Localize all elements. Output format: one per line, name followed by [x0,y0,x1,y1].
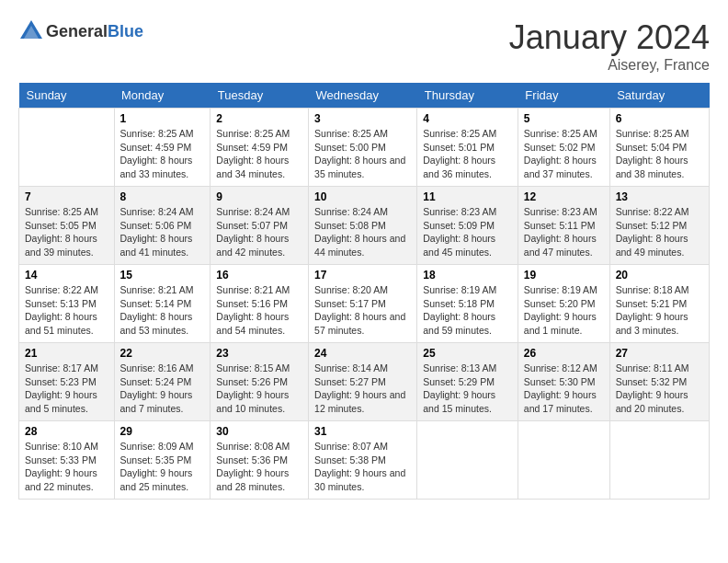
day-header-wednesday: Wednesday [309,83,417,109]
location-title: Aiserey, France [509,57,710,74]
day-number: 14 [25,269,108,282]
week-row-2: 7Sunrise: 8:25 AMSunset: 5:05 PMDaylight… [19,187,710,265]
day-number: 1 [120,112,205,125]
calendar-cell: 7Sunrise: 8:25 AMSunset: 5:05 PMDaylight… [19,187,115,265]
day-number: 26 [524,347,604,360]
calendar-cell: 1Sunrise: 8:25 AMSunset: 4:59 PMDaylight… [114,109,210,187]
calendar-cell: 8Sunrise: 8:24 AMSunset: 5:06 PMDaylight… [114,187,210,265]
calendar-cell [609,421,709,500]
day-number: 27 [616,347,703,360]
calendar-cell: 22Sunrise: 8:16 AMSunset: 5:24 PMDayligh… [114,343,210,421]
cell-info: Sunrise: 8:11 AMSunset: 5:32 PMDaylight:… [616,362,703,416]
cell-info: Sunrise: 8:09 AMSunset: 5:35 PMDaylight:… [120,440,205,494]
cell-info: Sunrise: 8:25 AMSunset: 5:00 PMDaylight:… [314,127,411,181]
week-row-3: 14Sunrise: 8:22 AMSunset: 5:13 PMDayligh… [19,265,710,343]
cell-info: Sunrise: 8:10 AMSunset: 5:33 PMDaylight:… [25,440,108,494]
cell-info: Sunrise: 8:20 AMSunset: 5:17 PMDaylight:… [314,283,411,338]
day-header-tuesday: Tuesday [210,83,309,109]
week-row-4: 21Sunrise: 8:17 AMSunset: 5:23 PMDayligh… [19,343,710,421]
day-number: 8 [120,190,205,203]
day-number: 24 [314,347,411,360]
cell-info: Sunrise: 8:25 AMSunset: 5:05 PMDaylight:… [25,205,108,259]
day-number: 9 [216,190,302,203]
cell-info: Sunrise: 8:25 AMSunset: 5:02 PMDaylight:… [524,127,604,181]
day-number: 21 [25,347,108,360]
cell-info: Sunrise: 8:24 AMSunset: 5:06 PMDaylight:… [120,205,205,259]
cell-info: Sunrise: 8:13 AMSunset: 5:29 PMDaylight:… [423,362,512,416]
day-number: 16 [216,269,302,282]
day-number: 4 [423,112,512,125]
logo-icon [18,18,44,44]
day-number: 31 [314,425,411,438]
day-header-friday: Friday [518,83,609,109]
cell-info: Sunrise: 8:15 AMSunset: 5:26 PMDaylight:… [216,362,302,416]
day-number: 19 [524,269,604,282]
page-header: GeneralBlue January 2024 Aiserey, France [18,18,710,74]
day-number: 6 [616,112,703,125]
calendar-cell: 15Sunrise: 8:21 AMSunset: 5:14 PMDayligh… [114,265,210,343]
cell-info: Sunrise: 8:21 AMSunset: 5:16 PMDaylight:… [216,283,302,338]
calendar-cell: 3Sunrise: 8:25 AMSunset: 5:00 PMDaylight… [309,109,417,187]
calendar-cell: 12Sunrise: 8:23 AMSunset: 5:11 PMDayligh… [518,187,609,265]
calendar-header: SundayMondayTuesdayWednesdayThursdayFrid… [19,83,710,109]
calendar-cell: 23Sunrise: 8:15 AMSunset: 5:26 PMDayligh… [210,343,309,421]
day-number: 13 [616,190,703,203]
day-number: 17 [314,269,411,282]
day-number: 25 [423,347,512,360]
cell-info: Sunrise: 8:22 AMSunset: 5:12 PMDaylight:… [616,205,703,259]
calendar-cell: 13Sunrise: 8:22 AMSunset: 5:12 PMDayligh… [609,187,709,265]
day-number: 12 [524,190,604,203]
calendar-cell: 20Sunrise: 8:18 AMSunset: 5:21 PMDayligh… [609,265,709,343]
calendar-cell [417,421,518,500]
cell-info: Sunrise: 8:24 AMSunset: 5:08 PMDaylight:… [314,205,411,259]
cell-info: Sunrise: 8:25 AMSunset: 4:59 PMDaylight:… [216,127,302,181]
calendar-cell: 28Sunrise: 8:10 AMSunset: 5:33 PMDayligh… [19,421,115,500]
week-row-5: 28Sunrise: 8:10 AMSunset: 5:33 PMDayligh… [19,421,710,500]
day-header-sunday: Sunday [19,83,115,109]
cell-info: Sunrise: 8:25 AMSunset: 5:04 PMDaylight:… [616,127,703,181]
month-title: January 2024 [509,18,710,57]
cell-info: Sunrise: 8:18 AMSunset: 5:21 PMDaylight:… [616,283,703,338]
title-block: January 2024 Aiserey, France [509,18,710,74]
header-row: SundayMondayTuesdayWednesdayThursdayFrid… [19,83,710,109]
calendar-cell: 2Sunrise: 8:25 AMSunset: 4:59 PMDaylight… [210,109,309,187]
calendar-cell: 11Sunrise: 8:23 AMSunset: 5:09 PMDayligh… [417,187,518,265]
day-number: 23 [216,347,302,360]
day-number: 5 [524,112,604,125]
day-header-monday: Monday [114,83,210,109]
day-number: 18 [423,269,512,282]
calendar-cell: 25Sunrise: 8:13 AMSunset: 5:29 PMDayligh… [417,343,518,421]
day-number: 2 [216,112,302,125]
cell-info: Sunrise: 8:16 AMSunset: 5:24 PMDaylight:… [120,362,205,416]
calendar-cell: 4Sunrise: 8:25 AMSunset: 5:01 PMDaylight… [417,109,518,187]
day-number: 7 [25,190,108,203]
day-number: 11 [423,190,512,203]
day-number: 29 [120,425,205,438]
logo: GeneralBlue [18,18,143,44]
week-row-1: 1Sunrise: 8:25 AMSunset: 4:59 PMDaylight… [19,109,710,187]
day-number: 3 [314,112,411,125]
day-number: 28 [25,425,108,438]
day-header-thursday: Thursday [417,83,518,109]
calendar-cell: 16Sunrise: 8:21 AMSunset: 5:16 PMDayligh… [210,265,309,343]
day-number: 10 [314,190,411,203]
cell-info: Sunrise: 8:08 AMSunset: 5:36 PMDaylight:… [216,440,302,494]
calendar-cell: 9Sunrise: 8:24 AMSunset: 5:07 PMDaylight… [210,187,309,265]
calendar-cell [518,421,609,500]
cell-info: Sunrise: 8:17 AMSunset: 5:23 PMDaylight:… [25,362,108,416]
cell-info: Sunrise: 8:21 AMSunset: 5:14 PMDaylight:… [120,283,205,338]
cell-info: Sunrise: 8:25 AMSunset: 4:59 PMDaylight:… [120,127,205,181]
day-number: 20 [616,269,703,282]
day-number: 30 [216,425,302,438]
calendar-cell: 26Sunrise: 8:12 AMSunset: 5:30 PMDayligh… [518,343,609,421]
calendar-cell: 29Sunrise: 8:09 AMSunset: 5:35 PMDayligh… [114,421,210,500]
calendar-cell [19,109,115,187]
calendar-cell: 30Sunrise: 8:08 AMSunset: 5:36 PMDayligh… [210,421,309,500]
calendar-cell: 24Sunrise: 8:14 AMSunset: 5:27 PMDayligh… [309,343,417,421]
calendar-cell: 18Sunrise: 8:19 AMSunset: 5:18 PMDayligh… [417,265,518,343]
day-number: 22 [120,347,205,360]
calendar-cell: 19Sunrise: 8:19 AMSunset: 5:20 PMDayligh… [518,265,609,343]
calendar-cell: 31Sunrise: 8:07 AMSunset: 5:38 PMDayligh… [309,421,417,500]
cell-info: Sunrise: 8:12 AMSunset: 5:30 PMDaylight:… [524,362,604,416]
cell-info: Sunrise: 8:19 AMSunset: 5:20 PMDaylight:… [524,283,604,338]
